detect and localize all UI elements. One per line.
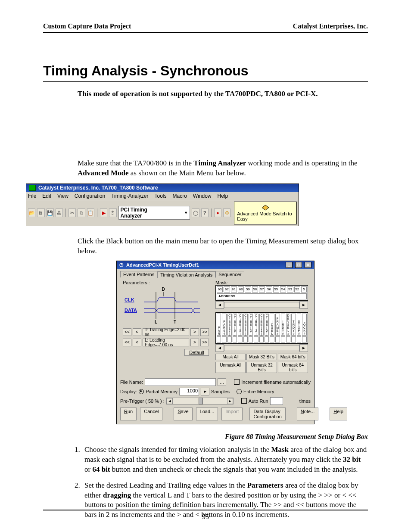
mask-sig-PAR[interactable]: PAR [217, 314, 221, 336]
mask-sig-C\BE[0][interactable]: C\BE[0] [265, 314, 269, 336]
mask-sig-check-C\BE[4][interactable] [243, 336, 248, 342]
mask-sig-IRDY#[interactable]: IRDY# [281, 314, 285, 336]
tab-timing-violation[interactable]: Timing Violation Analysis [157, 271, 215, 278]
close-icon[interactable]: × [305, 262, 311, 268]
mask-sig-C\BE[6][interactable]: C\BE[6] [233, 314, 237, 336]
mask-bit-59[interactable]: 59 [245, 286, 251, 292]
mask-sig-check-PAR64[interactable] [222, 336, 226, 342]
partial-memory-input[interactable]: 1000 [179, 388, 199, 395]
partial-memory-radio[interactable] [139, 389, 144, 394]
maximize-icon[interactable]: □ [295, 262, 302, 268]
mask-signal-grid[interactable]: PARPAR64C\BE[7]C\BE[6]C\BE[5]C\BE[4]C\BE… [215, 312, 308, 344]
autorun-checkbox[interactable] [241, 398, 247, 404]
mask-sig-scroll-right[interactable]: ► [299, 344, 308, 352]
mask-all-button[interactable]: Mask All [215, 354, 246, 360]
mask-sig-TRDY#[interactable]: TRDY# [291, 314, 296, 336]
open-icon[interactable]: 📂 [28, 208, 35, 217]
help-arrow-icon[interactable]: ? [201, 208, 209, 217]
trailing-inc-button[interactable]: > [190, 328, 199, 336]
increment-checkbox[interactable] [234, 379, 240, 385]
mask-sig-C\BE[1][interactable]: C\BE[1] [259, 314, 264, 336]
autorun-count-input[interactable] [270, 397, 283, 405]
mask-sig-check-C\BE[2][interactable] [254, 336, 258, 342]
mask-sig-check-C\BE[0][interactable] [265, 336, 269, 342]
copy-icon[interactable]: ⧉ [78, 208, 85, 217]
unmask-all-button[interactable]: Unmask All [215, 362, 246, 373]
print-icon[interactable]: 🖶 [56, 208, 63, 217]
trailing-inc2-button[interactable]: >> [200, 328, 209, 336]
pretrigger-slider[interactable]: ◄ ► [166, 398, 234, 404]
help-button[interactable]: Help [330, 408, 347, 420]
mask-bit-57[interactable]: 57 [259, 286, 265, 292]
mask-sig-check-STOP#[interactable] [297, 336, 302, 342]
mask-sig-check-IDSEL[interactable] [270, 336, 274, 342]
save-button[interactable]: Save [174, 408, 192, 420]
tab-event-patterns[interactable]: Event Patterns [120, 271, 157, 277]
cancel-button[interactable]: Cancel [140, 408, 162, 420]
note-button[interactable]: Note... [297, 408, 318, 420]
unmask-32-button[interactable]: Unmask 32 Bit's [246, 362, 277, 373]
browse-button[interactable]: … [218, 378, 226, 386]
partial-stepper[interactable]: ► [201, 388, 209, 395]
menu-macro[interactable]: Macro [172, 193, 187, 199]
save-icon[interactable]: 💾 [47, 208, 54, 217]
entire-memory-radio[interactable] [237, 389, 242, 394]
mask-sig-check-DEVSEL#[interactable] [286, 336, 290, 342]
mask-sig-C\BE[5][interactable]: C\BE[5] [238, 314, 242, 336]
mask-sig-C\BE[7][interactable]: C\BE[7] [227, 314, 232, 336]
mask-sig-check-C\BE[7][interactable] [227, 336, 232, 342]
menu-timing-analyzer[interactable]: Timing-Analyzer [111, 193, 148, 199]
mask-sig-PAR64[interactable]: PAR64 [222, 314, 226, 336]
mask-scroll-right[interactable]: ► [299, 301, 308, 309]
menu-window[interactable]: Window [193, 193, 212, 199]
load-button[interactable]: Load... [196, 408, 218, 420]
leading-inc2-button[interactable]: >> [200, 339, 209, 346]
clk-label[interactable]: CLK [125, 297, 134, 302]
mask-bit-60[interactable]: 60 [238, 286, 244, 292]
leading-inc-button[interactable]: > [190, 339, 199, 346]
cut-icon[interactable]: ✂ [68, 208, 76, 217]
mask-scroll-left[interactable]: ◄ [215, 301, 224, 309]
mask-sig-STOP#[interactable]: STOP# [297, 314, 302, 336]
run-icon[interactable]: ▶ [100, 208, 107, 217]
mask-sig-check-FRAME#[interactable] [275, 336, 280, 342]
mask-64-button[interactable]: Mask 64 bit's [278, 354, 308, 360]
timing-icon[interactable]: ⏱ [109, 208, 116, 217]
mask-32-button[interactable]: Mask 32 Bit's [246, 354, 277, 360]
mask-sig-check-C\BE[5][interactable] [238, 336, 242, 342]
trailing-dec2-button[interactable]: << [123, 328, 131, 336]
mask-bit-52[interactable]: 52 [294, 286, 300, 292]
data-display-config-button[interactable]: Data Display Configuration [249, 408, 285, 420]
file-name-input[interactable] [145, 378, 216, 386]
tab-sequencer[interactable]: Sequencer [215, 271, 244, 277]
mask-bit-56[interactable]: 56 [266, 286, 272, 292]
doc-icon[interactable]: 🗎 [37, 208, 44, 217]
data-label[interactable]: DATA [125, 308, 137, 313]
mask-sig-check-PAR[interactable] [217, 336, 221, 342]
mask-sig-C\BE[4][interactable]: C\BE[4] [243, 314, 248, 336]
mask-bit-58[interactable]: 58 [252, 286, 258, 292]
mask-sig-IDSEL[interactable]: IDSEL [270, 314, 274, 336]
mask-bit-5[interactable]: 5 [301, 286, 307, 292]
minimize-icon[interactable]: _ [286, 262, 293, 268]
menu-help[interactable]: Help [218, 193, 228, 199]
mask-sig-C\BE[3][interactable]: C\BE[3] [249, 314, 253, 336]
default-button[interactable]: Default [184, 349, 209, 356]
mask-sig-LOCK#[interactable]: LOCK# [302, 314, 307, 336]
mask-sig-scroll-left[interactable]: ◄ [215, 344, 224, 352]
leading-dec-button[interactable]: < [133, 339, 141, 346]
menubar[interactable]: File Edit View Configuration Timing-Anal… [26, 192, 299, 200]
mask-bit-grid[interactable]: 6362616059585756555453525 ADDRESS [215, 285, 308, 301]
waveform-diagram[interactable]: D [125, 287, 209, 326]
mask-bit-54[interactable]: 54 [280, 286, 286, 292]
menu-edit[interactable]: Edit [42, 193, 51, 199]
mask-bit-63[interactable]: 63 [217, 286, 223, 292]
mode-combo[interactable]: PCI Timing Analyzer▼ [118, 206, 190, 220]
mask-sig-check-C\BE[6][interactable] [233, 336, 237, 342]
menu-view[interactable]: View [57, 193, 68, 199]
menu-configuration[interactable]: Configuration [75, 193, 105, 199]
menu-file[interactable]: File [28, 193, 36, 199]
mask-sig-check-C\BE[1][interactable] [259, 336, 264, 342]
mask-bit-61[interactable]: 61 [231, 286, 237, 292]
mask-sig-FRAME#[interactable]: FRAME# [275, 314, 280, 336]
